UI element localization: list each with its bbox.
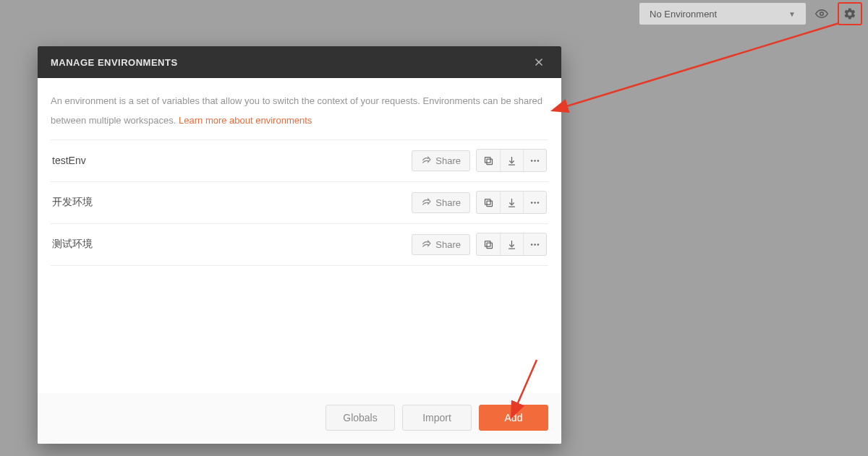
- import-button[interactable]: Import: [402, 405, 472, 431]
- eye-icon: [815, 7, 828, 20]
- environment-list: testEnv Share: [51, 139, 548, 266]
- gear-icon: [843, 7, 856, 20]
- modal-title: MANAGE ENVIRONMENTS: [51, 57, 178, 68]
- learn-more-link[interactable]: Learn more about environments: [179, 115, 312, 126]
- download-environment-button[interactable]: [500, 150, 523, 171]
- svg-rect-8: [487, 201, 493, 207]
- copy-icon: [483, 197, 494, 208]
- svg-point-0: [820, 12, 824, 16]
- download-environment-button[interactable]: [500, 192, 523, 213]
- more-environment-actions-button[interactable]: [523, 233, 546, 255]
- svg-point-7: [537, 160, 540, 162]
- modal-close-button[interactable]: [534, 57, 551, 67]
- environment-name[interactable]: 开发环境: [52, 196, 93, 209]
- svg-rect-13: [487, 243, 493, 249]
- environment-row: testEnv Share: [51, 140, 548, 182]
- more-environment-actions-button[interactable]: [523, 150, 546, 171]
- more-horizontal-icon: [529, 197, 540, 208]
- copy-icon: [483, 239, 494, 250]
- more-environment-actions-button[interactable]: [523, 192, 546, 213]
- duplicate-environment-button[interactable]: [477, 150, 500, 171]
- environment-name[interactable]: 测试环境: [52, 238, 93, 251]
- close-icon: [534, 57, 544, 67]
- environment-row: 测试环境 Share: [51, 224, 548, 266]
- environment-row: 开发环境 Share: [51, 182, 548, 224]
- svg-point-15: [531, 244, 533, 246]
- modal-footer: Globals Import Add: [38, 393, 561, 444]
- environment-action-group: [476, 149, 547, 172]
- share-environment-button[interactable]: Share: [412, 150, 470, 171]
- svg-point-5: [531, 160, 533, 162]
- duplicate-environment-button[interactable]: [477, 192, 500, 213]
- more-horizontal-icon: [529, 239, 540, 250]
- caret-down-icon: ▼: [788, 10, 796, 18]
- add-environment-button[interactable]: Add: [479, 405, 548, 431]
- manage-environments-gear-button[interactable]: [841, 5, 859, 22]
- copy-icon: [483, 155, 494, 166]
- duplicate-environment-button[interactable]: [477, 233, 500, 255]
- environment-actions: Share: [412, 233, 547, 256]
- download-environment-button[interactable]: [500, 233, 523, 255]
- svg-rect-4: [485, 157, 490, 163]
- environment-name[interactable]: testEnv: [52, 155, 86, 166]
- app-topbar: No Environment ▼: [0, 0, 868, 27]
- svg-point-10: [531, 202, 533, 204]
- manage-environments-modal: MANAGE ENVIRONMENTS An environment is a …: [38, 46, 561, 444]
- download-icon: [506, 155, 517, 166]
- svg-rect-14: [485, 241, 490, 246]
- svg-point-6: [534, 160, 536, 162]
- environment-actions: Share: [412, 149, 547, 172]
- svg-line-19: [564, 23, 839, 107]
- svg-point-16: [534, 244, 536, 246]
- more-horizontal-icon: [529, 155, 540, 166]
- download-icon: [506, 197, 517, 208]
- share-environment-button[interactable]: Share: [412, 234, 470, 255]
- globals-button[interactable]: Globals: [326, 405, 395, 431]
- svg-point-11: [534, 202, 536, 204]
- svg-point-17: [537, 244, 540, 246]
- share-environment-button[interactable]: Share: [412, 192, 470, 213]
- preview-environment-button[interactable]: [812, 4, 832, 24]
- download-icon: [506, 239, 517, 250]
- modal-header: MANAGE ENVIRONMENTS: [38, 46, 561, 78]
- modal-body: An environment is a set of variables tha…: [38, 78, 561, 266]
- share-label: Share: [435, 239, 461, 250]
- environment-selector-label: No Environment: [650, 9, 717, 20]
- svg-rect-3: [487, 159, 493, 165]
- svg-point-12: [537, 202, 540, 204]
- environment-actions: Share: [412, 191, 547, 214]
- environment-action-group: [476, 233, 547, 256]
- share-arrow-icon: [421, 155, 431, 165]
- svg-rect-9: [485, 199, 490, 205]
- modal-description: An environment is a set of variables tha…: [51, 91, 548, 131]
- share-arrow-icon: [421, 197, 431, 207]
- environment-selector[interactable]: No Environment ▼: [639, 3, 806, 25]
- share-arrow-icon: [421, 239, 431, 249]
- share-label: Share: [435, 155, 461, 166]
- settings-gear-highlight: [838, 2, 862, 25]
- share-label: Share: [435, 197, 461, 208]
- environment-action-group: [476, 191, 547, 214]
